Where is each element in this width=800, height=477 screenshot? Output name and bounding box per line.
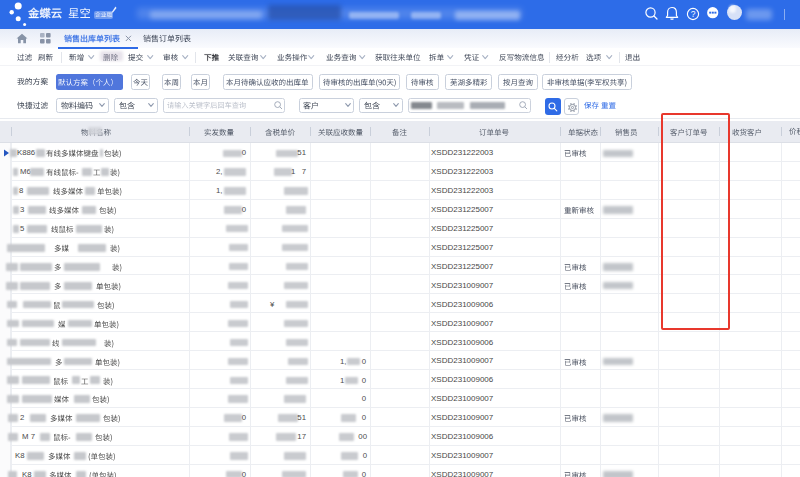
svg-text:?: ? xyxy=(691,9,696,19)
